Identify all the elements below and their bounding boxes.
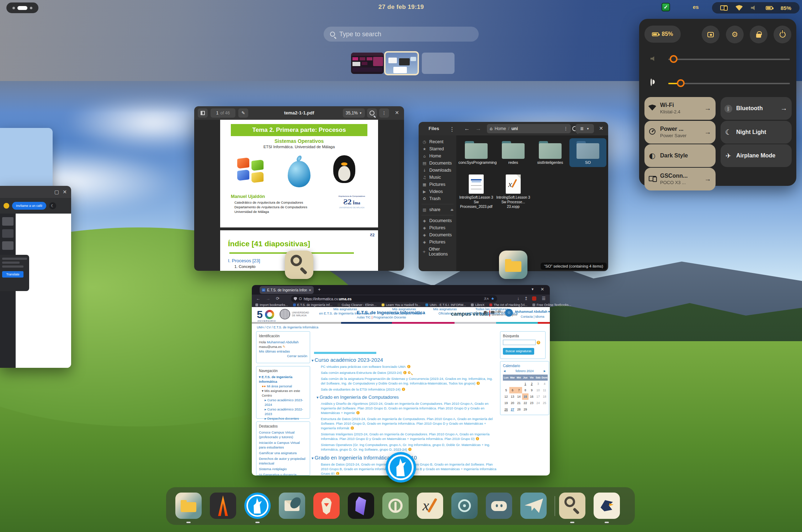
menu-button[interactable]: ⋮	[379, 108, 389, 118]
window-close-icon[interactable]: ✕	[541, 287, 544, 292]
sidebar-item-pictures[interactable]: ▦Pictures	[419, 181, 456, 188]
dock-librewolf[interactable]	[244, 493, 271, 519]
calendar-prev[interactable]: ◄	[503, 369, 506, 374]
tile-gsconnect[interactable]: GSConn...POCO X3 ... →	[644, 168, 716, 190]
calendar-day[interactable]: 4	[541, 381, 548, 387]
volume-slider-knob[interactable]	[670, 55, 678, 63]
sidebar-item-recent[interactable]: ◷Recent	[419, 138, 456, 145]
calendar-next[interactable]: ►	[543, 369, 546, 374]
dock-web[interactable]	[451, 493, 478, 519]
new-tab-button[interactable]: +	[318, 287, 321, 292]
calendar-day[interactable]: 6	[509, 387, 516, 393]
calendar-day[interactable]: 22	[522, 400, 529, 406]
librewolf-app-icon[interactable]	[386, 452, 416, 483]
calendar-day[interactable]: 17	[535, 393, 541, 400]
workspace-thumbnail-2-active[interactable]	[384, 51, 419, 75]
tab-close-icon[interactable]: ✕	[309, 288, 312, 292]
ublock-icon[interactable]	[532, 296, 536, 301]
files-content[interactable]: concSysProgramming redes sistInteligente…	[456, 135, 608, 271]
calendar-day[interactable]: 20	[509, 400, 516, 406]
bookmark-item[interactable]: LibreX	[471, 303, 484, 307]
sidebar-item-music[interactable]: ♫Music	[419, 174, 456, 181]
arrow-right-icon[interactable]: →	[700, 128, 716, 136]
dock-obsidian[interactable]	[348, 493, 374, 519]
calendar-day[interactable]: 10	[535, 387, 541, 393]
dock-evince[interactable]	[559, 493, 585, 519]
course-link[interactable]: Sistemas Operativos (Gr. Ing Computadore…	[321, 442, 496, 452]
close-icon[interactable]: ✕	[63, 189, 67, 195]
extension-icon[interactable]	[4, 203, 9, 209]
calendar-day[interactable]: 24	[535, 400, 541, 406]
info-icon[interactable]: i	[408, 448, 411, 451]
folder-redes[interactable]: redes	[495, 141, 531, 165]
sidebar-item-documents[interactable]: ◈Documents	[419, 217, 456, 224]
course-link[interactable]: Estructura de Datos (2023-24, Grado en I…	[321, 417, 496, 430]
help-icon[interactable]: ?	[537, 341, 540, 344]
search-button[interactable]	[367, 108, 377, 118]
calendar-day[interactable]: 23	[529, 400, 535, 406]
bookmark-item[interactable]: The Art of Hacking [Vi...	[489, 303, 527, 307]
sidebar-item-share[interactable]: ▥share⏏	[419, 206, 456, 213]
info-icon[interactable]: i	[336, 472, 339, 475]
sidebar-item-trash[interactable]: ♻Trash	[419, 195, 456, 202]
calendar-day[interactable]: 27	[509, 406, 516, 413]
back-button[interactable]: ←	[256, 296, 260, 301]
file-xopp[interactable]: x IntroIngSoft.Lesson 3 Sw Processe... 2…	[495, 174, 531, 209]
file-pdf[interactable]: IntroIngSoft.Lesson 3 Sw Processes_2023.…	[458, 174, 494, 209]
share-icon[interactable]: ↥	[524, 296, 528, 301]
battery-pill[interactable]: 85%	[644, 26, 681, 43]
course-link[interactable]: Sala de estudiantes de la ETSI Informáti…	[321, 387, 496, 392]
sidebar-item-downloads[interactable]: ↓Downloads	[419, 167, 456, 174]
tile-wifi[interactable]: Wi-FiKlistal-2.4 →	[644, 97, 716, 120]
info-icon[interactable]: i	[402, 388, 405, 391]
workspace-dot-active[interactable]	[17, 6, 27, 10]
info-icon[interactable]: i	[403, 371, 407, 374]
info-icon[interactable]: i	[477, 382, 480, 385]
course-section-heading[interactable]: ▾Grado en Ingeniería de Computadores	[317, 394, 496, 400]
calendar-day[interactable]: 11	[541, 387, 548, 393]
workspace-thumbnail-1[interactable]	[351, 53, 384, 74]
calendar-day[interactable]: 13	[509, 393, 516, 400]
calendar-day[interactable]: 12	[503, 393, 509, 400]
page-content[interactable]: 5 ANIVERSARIO UNIVERSIDADDE MÁLAGA E.T.S…	[252, 307, 550, 475]
dock-files[interactable]	[175, 493, 202, 519]
bookmark-item[interactable]: UMA - E.T.S.I. INFORM...	[425, 303, 466, 307]
sidebar-item-other-locations[interactable]: +Other Locations	[419, 246, 456, 258]
translate-icon[interactable]: 文A	[484, 297, 489, 301]
back-button[interactable]: ←	[464, 125, 470, 132]
course-link[interactable]: Sistemas Inteligentes (2023-24, Grado en…	[321, 432, 496, 441]
email-row[interactable]: masu@uma.es ✎	[259, 344, 307, 349]
forward-button[interactable]: →	[476, 125, 481, 132]
dark-mode-toggle[interactable]: ☾	[49, 202, 56, 209]
featured-link[interactable]: Iniciación a Campus Virtual para estudia…	[259, 440, 307, 450]
course-link[interactable]: Sala común de la asignatura Programación…	[321, 376, 496, 386]
calendar-day[interactable]: 5	[503, 387, 509, 393]
calendar-day[interactable]: 7	[516, 387, 522, 393]
nav-root[interactable]: ▾ E.T.S. de Ingeniería Informática	[259, 375, 307, 384]
bookmark-item[interactable]: Gulag Cleaner - Elimin...	[338, 303, 377, 307]
featured-link[interactable]: Gamificar una asignatura	[259, 451, 307, 455]
bookmark-item[interactable]: Free Online Textbooks...	[532, 303, 571, 307]
workspace-dot[interactable]	[30, 7, 32, 9]
keyboard-layout[interactable]: es	[693, 4, 699, 10]
tab-mis-asignaturas-etsi[interactable]: Mis asignaturasen E.T.S. de Ingeniería I…	[314, 307, 376, 316]
dock-xournalpp[interactable]: x	[417, 493, 443, 519]
arrow-right-icon[interactable]: →	[776, 104, 792, 112]
calendar-day[interactable]: 26	[503, 406, 509, 413]
info-icon[interactable]: i	[356, 411, 360, 414]
zoom-level-dropdown[interactable]: 35,1%▼	[343, 108, 365, 118]
screenshot-button[interactable]	[702, 26, 719, 43]
calendar-day[interactable]: 1	[522, 381, 529, 387]
pdf-window[interactable]: 1 of 46 ✎ tema2-1-1.pdf 35,1%▼ ⋮ ✕ Tema …	[194, 106, 404, 271]
nav-c2[interactable]: ▸ Curso académico 2022-2023	[265, 407, 307, 416]
tray-check-icon[interactable]: ✓	[662, 3, 670, 11]
dock-discord[interactable]	[486, 493, 512, 519]
arrow-right-icon[interactable]: →	[700, 175, 716, 183]
sidebar-item-home[interactable]: ⌂Home	[419, 152, 456, 160]
calendar-day[interactable]: 3	[535, 381, 541, 387]
browser-window[interactable]: cv E.T.S. de Ingeniería Inform ✕ + ▼ ✕ ←…	[252, 285, 550, 475]
header-links[interactable]: Contacta | Idioma	[521, 315, 544, 318]
course-link[interactable]: Análisis y Diseño de Algoritmos (2023-24…	[321, 401, 496, 415]
featured-link[interactable]: IA Generativa y docencia	[259, 472, 307, 475]
bookmark-item[interactable]: Learn You a Haskell fo...	[382, 303, 421, 307]
